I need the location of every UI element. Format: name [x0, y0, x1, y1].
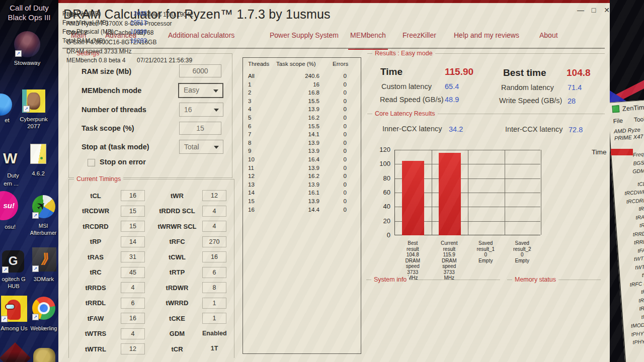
timing-value-trdwr[interactable]: 8	[202, 282, 226, 293]
menu-item-membench[interactable]: MEMbench	[350, 31, 386, 39]
shortcut-arrow-icon: ➚	[32, 265, 39, 272]
threads-select[interactable]: 16	[179, 103, 223, 117]
timing-value-tcke[interactable]: 1	[202, 313, 226, 324]
skull-game-icon[interactable]	[33, 348, 55, 362]
y-tick-label: 80	[367, 174, 390, 182]
menu-item-about[interactable]: About	[539, 31, 558, 39]
desktop-label-ghub[interactable]: ogitech G HUB	[0, 276, 30, 290]
thread-row: 1113.90	[243, 164, 361, 172]
timing-label-twrwr-scl: tWRWR SCL	[152, 223, 202, 230]
chevron-down-icon	[214, 146, 219, 149]
desktop-label-chrome[interactable]: Weblærling	[27, 325, 60, 332]
stop-on-error-label: Stop on error	[100, 158, 146, 166]
chevron-down-icon	[214, 109, 219, 112]
y-tick-label: 40	[367, 203, 390, 210]
thread-row: 413.90	[243, 105, 361, 114]
timing-value-trdrd-scl[interactable]: 4	[202, 206, 226, 217]
menu-item-power-supply-system[interactable]: Power Supply System	[270, 31, 339, 39]
desktop-label-cod-partial-2[interactable]: ern ...	[0, 180, 24, 187]
minimize-button[interactable]: —	[576, 6, 586, 14]
timing-value-tcwl[interactable]: 16	[202, 251, 226, 262]
timing-label-twrrd: tWRRD	[152, 299, 202, 307]
write-speed-value: 28	[568, 97, 576, 105]
timing-label-trfc: tRFC	[152, 238, 202, 245]
timing-label-trp: tRP	[70, 238, 121, 245]
desktop-label-cod-partial-1[interactable]: Duty	[0, 172, 26, 179]
timing-value-trtp[interactable]: 6	[202, 267, 226, 278]
thread-row: 315.50	[243, 97, 361, 106]
timing-label-gdm: GDM	[152, 330, 202, 337]
desktop-label-3dmark[interactable]: 3DMark	[29, 276, 58, 283]
timing-label-tcwl: tCWL	[152, 253, 202, 261]
timing-value-trfc[interactable]: 270	[202, 236, 226, 247]
memory-metric-label: Total RAM (MB)	[62, 37, 105, 44]
timing-value-trcdrd[interactable]: 15	[121, 221, 145, 232]
y-tick-label: 0	[367, 231, 390, 239]
close-button[interactable]: ✕	[602, 6, 612, 14]
timing-value-trc[interactable]: 45	[121, 267, 145, 278]
file-462-icon[interactable]	[30, 144, 46, 164]
zen-menu-file[interactable]: File	[613, 117, 623, 125]
timing-value-twtrs[interactable]: 4	[121, 328, 145, 339]
desktop-label-cod-bo3[interactable]: Call of Duty Black Ops III	[1, 3, 57, 22]
desktop-label-osu[interactable]: osu!	[0, 223, 20, 230]
current-timings-grid: tCL16tWR12tRCDWR15tRDRD SCL4tRCDRD15tWRW…	[70, 188, 229, 357]
system-info-label: System info	[371, 276, 409, 283]
osu-icon[interactable]: su!	[0, 191, 18, 220]
memory-metric-value: 10513	[130, 19, 147, 26]
timing-value-tras[interactable]: 31	[121, 251, 145, 262]
desktop-label-cyberpunk[interactable]: Cyberpunk 2077	[17, 116, 50, 130]
membench-mode-select[interactable]: Easy	[178, 83, 223, 98]
best-time-label: Best time	[503, 67, 546, 78]
timing-value-tcr[interactable]: 1T	[202, 343, 226, 354]
col-task-scope: Task scope (%)	[276, 61, 316, 67]
dram-calculator-window: DRAM Calculator for Ryzen™ 1.7.3 by 1usm…	[58, 0, 610, 362]
timing-value-tcl[interactable]: 16	[121, 190, 145, 201]
timing-value-trp[interactable]: 14	[121, 236, 145, 247]
gridline-v	[468, 150, 468, 235]
desktop-background: Call of Duty Black Ops III ➚ Stowaway et…	[0, 0, 58, 362]
timing-value-trrdl[interactable]: 6	[121, 298, 145, 309]
memory-status-rows: PageFile (MB)2432Free Virtual (MB)10513F…	[62, 10, 149, 46]
timing-value-tfaw[interactable]: 16	[121, 313, 145, 324]
stop-at-select[interactable]: Total	[179, 140, 223, 154]
timing-label-twtrl: tWTRL	[70, 345, 121, 353]
desktop-label-462[interactable]: 4.6.2	[26, 170, 50, 177]
memory-metric-value: 2432	[133, 10, 147, 17]
timing-value-twrrd[interactable]: 1	[202, 298, 226, 309]
memory-metric-value: 16293	[130, 37, 147, 44]
thread-row: 516.20	[243, 114, 361, 122]
timing-value-twrwr-scl[interactable]: 4	[202, 221, 226, 232]
timing-value-trrds[interactable]: 4	[121, 282, 145, 293]
bench-table-rows: All240.601160216.80315.50413.90516.20615…	[243, 72, 361, 214]
menu-item-help-and-my-reviews[interactable]: Help and my reviews	[454, 31, 519, 39]
thread-row: All240.60	[243, 72, 361, 80]
battlenet-icon[interactable]	[0, 94, 12, 116]
desktop-label-stowaway[interactable]: Stowaway	[7, 59, 47, 66]
maximize-button[interactable]: □	[589, 6, 599, 14]
jet-game-icon[interactable]	[0, 342, 31, 362]
legend-label: Time	[592, 148, 607, 156]
file-462-dot	[40, 157, 43, 159]
timing-value-gdm[interactable]: Enabled	[202, 328, 226, 339]
ram-size-input[interactable]: 6000	[179, 64, 221, 77]
desktop-label-amongus[interactable]: Among Us	[0, 325, 30, 332]
timing-value-twr[interactable]: 12	[202, 190, 226, 201]
desktop-label-bnet[interactable]: et	[1, 117, 13, 124]
system-info-row: MEMbench 0.8 beta 407/21/2021 21:56:39	[66, 57, 192, 66]
random-latency-value: 71.4	[568, 83, 582, 92]
zentimings-titlebar[interactable]: ZenTimings	[612, 101, 644, 117]
menu-item-freezkiller[interactable]: FreezKiller	[403, 31, 436, 39]
timing-value-twtrl[interactable]: 12	[121, 343, 145, 354]
stop-on-error-checkbox[interactable]	[88, 159, 95, 166]
zen-menu-tools[interactable]: Tools	[633, 115, 644, 123]
memory-status-group: Memory status	[507, 280, 601, 340]
read-speed-label: Read Speed (GB/s)	[380, 96, 444, 104]
shortcut-arrow-icon: ➚	[1, 316, 8, 322]
task-scope-input[interactable]: 15	[179, 122, 221, 135]
timing-value-trcdwr[interactable]: 15	[121, 206, 145, 217]
y-tick-label: 60	[367, 189, 390, 196]
desktop-label-msi[interactable]: MSIAfterburner	[28, 222, 58, 236]
cod-mw-logo[interactable]: W	[3, 155, 16, 162]
core-latency-label: Core Latency Results	[372, 110, 438, 117]
